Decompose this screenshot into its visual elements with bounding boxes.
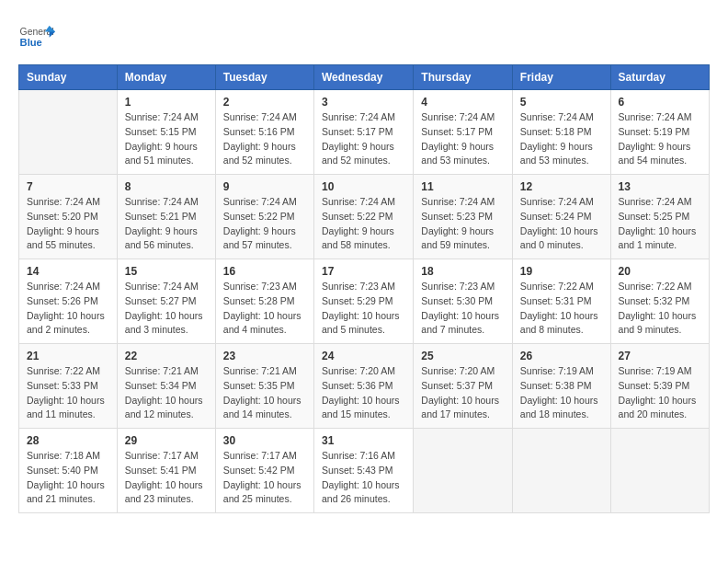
day-number: 2	[223, 96, 306, 109]
day-info: Sunrise: 7:24 AMSunset: 5:26 PMDaylight:…	[27, 280, 109, 338]
day-number: 18	[421, 265, 505, 278]
day-number: 15	[125, 265, 208, 278]
day-info: Sunrise: 7:23 AMSunset: 5:30 PMDaylight:…	[421, 280, 505, 338]
column-header-thursday: Thursday	[414, 65, 513, 90]
day-number: 16	[223, 265, 306, 278]
day-number: 17	[322, 265, 405, 278]
day-number: 10	[322, 180, 405, 193]
calendar-table: SundayMondayTuesdayWednesdayThursdayFrid…	[18, 64, 710, 513]
day-info: Sunrise: 7:23 AMSunset: 5:29 PMDaylight:…	[322, 280, 405, 338]
day-number: 22	[125, 350, 208, 362]
day-info: Sunrise: 7:24 AMSunset: 5:21 PMDaylight:…	[125, 195, 208, 253]
column-header-saturday: Saturday	[610, 65, 709, 90]
day-cell: 13Sunrise: 7:24 AMSunset: 5:25 PMDayligh…	[610, 175, 709, 259]
day-info: Sunrise: 7:24 AMSunset: 5:18 PMDaylight:…	[520, 110, 603, 168]
day-number: 7	[27, 180, 109, 193]
day-cell: 4Sunrise: 7:24 AMSunset: 5:17 PMDaylight…	[414, 90, 513, 175]
day-cell: 23Sunrise: 7:21 AMSunset: 5:35 PMDayligh…	[215, 344, 313, 429]
day-info: Sunrise: 7:21 AMSunset: 5:35 PMDaylight:…	[223, 364, 306, 422]
day-number: 28	[27, 434, 109, 447]
day-number: 19	[520, 265, 603, 278]
day-info: Sunrise: 7:17 AMSunset: 5:41 PMDaylight:…	[125, 449, 208, 507]
day-number: 13	[619, 180, 701, 193]
svg-text:Blue: Blue	[20, 37, 42, 48]
day-cell: 2Sunrise: 7:24 AMSunset: 5:16 PMDaylight…	[215, 90, 313, 175]
calendar-header-row: SundayMondayTuesdayWednesdayThursdayFrid…	[19, 65, 710, 90]
day-cell: 10Sunrise: 7:24 AMSunset: 5:22 PMDayligh…	[313, 175, 413, 259]
day-number: 12	[520, 180, 603, 193]
day-cell: 3Sunrise: 7:24 AMSunset: 5:17 PMDaylight…	[313, 90, 413, 175]
day-cell	[512, 429, 610, 513]
day-info: Sunrise: 7:16 AMSunset: 5:43 PMDaylight:…	[322, 449, 405, 507]
day-number: 24	[322, 350, 405, 362]
day-number: 27	[619, 350, 701, 362]
logo-icon: General Blue	[18, 18, 55, 55]
day-info: Sunrise: 7:24 AMSunset: 5:16 PMDaylight:…	[223, 110, 306, 168]
day-cell: 16Sunrise: 7:23 AMSunset: 5:28 PMDayligh…	[215, 259, 313, 344]
day-number: 14	[27, 265, 109, 278]
day-number: 1	[125, 96, 208, 109]
day-info: Sunrise: 7:24 AMSunset: 5:27 PMDaylight:…	[125, 280, 208, 338]
day-cell	[610, 429, 709, 513]
day-cell: 22Sunrise: 7:21 AMSunset: 5:34 PMDayligh…	[117, 344, 215, 429]
day-info: Sunrise: 7:21 AMSunset: 5:34 PMDaylight:…	[125, 364, 208, 422]
day-cell: 31Sunrise: 7:16 AMSunset: 5:43 PMDayligh…	[313, 429, 413, 513]
week-row-2: 7Sunrise: 7:24 AMSunset: 5:20 PMDaylight…	[19, 175, 710, 259]
day-info: Sunrise: 7:24 AMSunset: 5:15 PMDaylight:…	[125, 110, 208, 168]
column-header-friday: Friday	[512, 65, 610, 90]
day-cell: 1Sunrise: 7:24 AMSunset: 5:15 PMDaylight…	[117, 90, 215, 175]
day-cell: 21Sunrise: 7:22 AMSunset: 5:33 PMDayligh…	[19, 344, 118, 429]
day-info: Sunrise: 7:20 AMSunset: 5:37 PMDaylight:…	[421, 364, 505, 422]
day-info: Sunrise: 7:24 AMSunset: 5:17 PMDaylight:…	[421, 110, 505, 168]
day-cell: 25Sunrise: 7:20 AMSunset: 5:37 PMDayligh…	[414, 344, 513, 429]
day-cell: 5Sunrise: 7:24 AMSunset: 5:18 PMDaylight…	[512, 90, 610, 175]
day-cell: 28Sunrise: 7:18 AMSunset: 5:40 PMDayligh…	[19, 429, 118, 513]
day-cell: 14Sunrise: 7:24 AMSunset: 5:26 PMDayligh…	[19, 259, 118, 344]
day-info: Sunrise: 7:24 AMSunset: 5:20 PMDaylight:…	[27, 195, 109, 253]
day-number: 26	[520, 350, 603, 362]
day-info: Sunrise: 7:22 AMSunset: 5:31 PMDaylight:…	[520, 280, 603, 338]
day-info: Sunrise: 7:24 AMSunset: 5:25 PMDaylight:…	[619, 195, 701, 253]
day-cell: 18Sunrise: 7:23 AMSunset: 5:30 PMDayligh…	[414, 259, 513, 344]
column-header-sunday: Sunday	[19, 65, 118, 90]
day-cell: 6Sunrise: 7:24 AMSunset: 5:19 PMDaylight…	[610, 90, 709, 175]
day-info: Sunrise: 7:24 AMSunset: 5:22 PMDaylight:…	[223, 195, 306, 253]
day-info: Sunrise: 7:22 AMSunset: 5:33 PMDaylight:…	[27, 364, 109, 422]
day-number: 3	[322, 96, 405, 109]
logo: General Blue	[18, 18, 59, 55]
day-cell: 7Sunrise: 7:24 AMSunset: 5:20 PMDaylight…	[19, 175, 118, 259]
day-number: 25	[421, 350, 505, 362]
week-row-1: 1Sunrise: 7:24 AMSunset: 5:15 PMDaylight…	[19, 90, 710, 175]
day-info: Sunrise: 7:23 AMSunset: 5:28 PMDaylight:…	[223, 280, 306, 338]
day-info: Sunrise: 7:24 AMSunset: 5:19 PMDaylight:…	[619, 110, 701, 168]
day-info: Sunrise: 7:24 AMSunset: 5:17 PMDaylight:…	[322, 110, 405, 168]
day-cell: 24Sunrise: 7:20 AMSunset: 5:36 PMDayligh…	[313, 344, 413, 429]
day-number: 5	[520, 96, 603, 109]
day-info: Sunrise: 7:24 AMSunset: 5:22 PMDaylight:…	[322, 195, 405, 253]
day-number: 8	[125, 180, 208, 193]
week-row-5: 28Sunrise: 7:18 AMSunset: 5:40 PMDayligh…	[19, 429, 710, 513]
day-info: Sunrise: 7:18 AMSunset: 5:40 PMDaylight:…	[27, 449, 109, 507]
day-info: Sunrise: 7:19 AMSunset: 5:38 PMDaylight:…	[520, 364, 603, 422]
day-number: 23	[223, 350, 306, 362]
day-number: 4	[421, 96, 505, 109]
week-row-4: 21Sunrise: 7:22 AMSunset: 5:33 PMDayligh…	[19, 344, 710, 429]
day-cell: 26Sunrise: 7:19 AMSunset: 5:38 PMDayligh…	[512, 344, 610, 429]
day-cell: 8Sunrise: 7:24 AMSunset: 5:21 PMDaylight…	[117, 175, 215, 259]
day-number: 21	[27, 350, 109, 362]
column-header-wednesday: Wednesday	[313, 65, 413, 90]
column-header-tuesday: Tuesday	[215, 65, 313, 90]
day-info: Sunrise: 7:22 AMSunset: 5:32 PMDaylight:…	[619, 280, 701, 338]
day-info: Sunrise: 7:24 AMSunset: 5:23 PMDaylight:…	[421, 195, 505, 253]
day-number: 29	[125, 434, 208, 447]
page-header: General Blue	[18, 18, 710, 55]
day-cell: 29Sunrise: 7:17 AMSunset: 5:41 PMDayligh…	[117, 429, 215, 513]
day-cell: 9Sunrise: 7:24 AMSunset: 5:22 PMDaylight…	[215, 175, 313, 259]
column-header-monday: Monday	[117, 65, 215, 90]
day-number: 31	[322, 434, 405, 447]
day-info: Sunrise: 7:17 AMSunset: 5:42 PMDaylight:…	[223, 449, 306, 507]
day-number: 30	[223, 434, 306, 447]
day-info: Sunrise: 7:24 AMSunset: 5:24 PMDaylight:…	[520, 195, 603, 253]
day-number: 6	[619, 96, 701, 109]
week-row-3: 14Sunrise: 7:24 AMSunset: 5:26 PMDayligh…	[19, 259, 710, 344]
